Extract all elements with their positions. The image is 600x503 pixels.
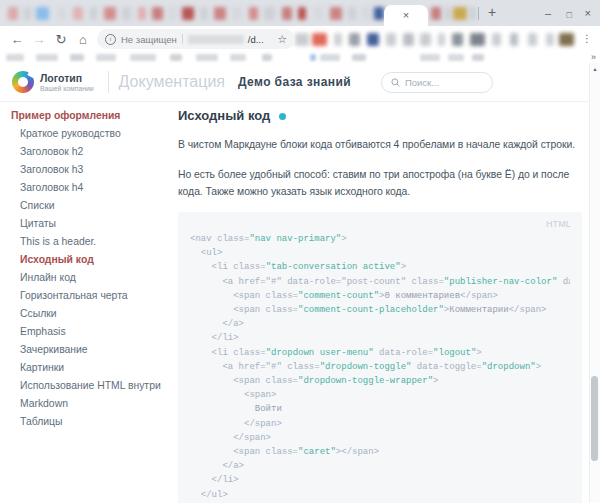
tab-strip: × + – □ ×: [0, 0, 600, 26]
bookmarks-overflow-icon[interactable]: »: [591, 52, 596, 63]
address-bar[interactable]: i Не защищен /d... ☆: [97, 29, 295, 49]
site-info-icon[interactable]: i: [105, 34, 116, 45]
search-icon: [391, 78, 400, 87]
bookmark-star-icon[interactable]: ☆: [277, 33, 287, 46]
sidebar-item[interactable]: Таблицы: [11, 413, 168, 431]
sidebar-item[interactable]: Заголовок h3: [11, 161, 168, 179]
window-close-button[interactable]: ×: [585, 6, 591, 20]
page-title: Исходный код: [178, 109, 270, 123]
sidebar-item[interactable]: Картинки: [11, 359, 168, 377]
code-block: HTML <nav class="nav nav-primary"> <ul> …: [178, 212, 582, 503]
paragraph-2: Но есть более удобный способ: ставим по …: [178, 166, 582, 200]
search-input[interactable]: Поиск...: [381, 72, 493, 93]
active-tab[interactable]: ×: [384, 5, 428, 26]
browser-menu-icon[interactable]: ⋮: [582, 26, 592, 52]
sidebar-item[interactable]: Исходный код: [11, 251, 168, 269]
tab-separator: [478, 7, 479, 20]
section-title: Документация: [119, 73, 225, 91]
url-path: /d...: [248, 34, 264, 45]
sidebar-item[interactable]: This is a header.: [11, 233, 168, 251]
search-placeholder: Поиск...: [405, 77, 439, 88]
sidebar-item[interactable]: Пример оформления: [11, 107, 168, 125]
sidebar-item[interactable]: Использование HTML внутри Markdown: [11, 377, 168, 413]
site-header: Логотип Вашей компании Документация Демо…: [0, 63, 600, 102]
logo-subtitle: Вашей компании: [40, 85, 94, 92]
redacted-url: [188, 35, 244, 44]
redacted-tab-titles: [0, 0, 600, 26]
sidebar-item[interactable]: Инлайн код: [11, 269, 168, 287]
code-pre: <nav class="nav nav-primary"> <ul> <li c…: [190, 232, 570, 503]
site-logo[interactable]: Логотип Вашей компании: [12, 71, 94, 93]
window-minimize-button[interactable]: –: [545, 6, 551, 20]
scrollbar-thumb[interactable]: [591, 376, 598, 461]
status-dot: [279, 113, 286, 120]
browser-toolbar: ← → ↻ ⌂ i Не защищен /d... ☆ ⋮: [0, 26, 600, 52]
sidebar-item[interactable]: Цитаты: [11, 215, 168, 233]
sidebar-item[interactable]: Ссылки: [11, 305, 168, 323]
new-tab-button[interactable]: +: [488, 4, 496, 20]
tab-close-icon[interactable]: ×: [403, 10, 409, 21]
sidebar-item[interactable]: Emphasis: [11, 323, 168, 341]
scroll-up-arrow[interactable]: ▲: [590, 66, 600, 72]
browser-window: × + – □ × ← → ↻ ⌂ i Не защищен /d... ☆ ⋮…: [0, 0, 600, 503]
header-divider: [108, 71, 109, 93]
url-divider: [182, 34, 183, 44]
redacted-bookmarks: [0, 52, 600, 63]
sidebar-item[interactable]: Списки: [11, 197, 168, 215]
home-icon[interactable]: ⌂: [72, 32, 94, 47]
sidebar-item[interactable]: Зачеркивание: [11, 341, 168, 359]
page: Логотип Вашей компании Документация Демо…: [0, 63, 600, 503]
main-content: Исходный код В чистом Маркдауне блоки ко…: [178, 109, 582, 503]
reload-icon[interactable]: ↻: [50, 32, 72, 47]
sidebar-item[interactable]: Заголовок h2: [11, 143, 168, 161]
sidebar-item[interactable]: Горизонтальная черта: [11, 287, 168, 305]
security-label: Не защищен: [121, 34, 177, 45]
logo-icon: [12, 71, 34, 93]
sidebar-nav: Пример оформленияКраткое руководствоЗаго…: [0, 107, 168, 431]
back-icon[interactable]: ←: [6, 32, 28, 47]
code-language-label: HTML: [546, 219, 571, 229]
forward-icon[interactable]: →: [28, 32, 50, 47]
logo-title: Логотип: [40, 73, 94, 84]
sidebar-item[interactable]: Краткое руководство: [11, 125, 168, 143]
window-maximize-button[interactable]: □: [567, 8, 572, 22]
kb-title-link[interactable]: Демо база знаний: [238, 75, 351, 89]
paragraph-1: В чистом Маркдауне блоки кода отбиваются…: [178, 136, 582, 153]
sidebar-item[interactable]: Заголовок h4: [11, 179, 168, 197]
page-scrollbar[interactable]: ▲: [589, 63, 600, 503]
